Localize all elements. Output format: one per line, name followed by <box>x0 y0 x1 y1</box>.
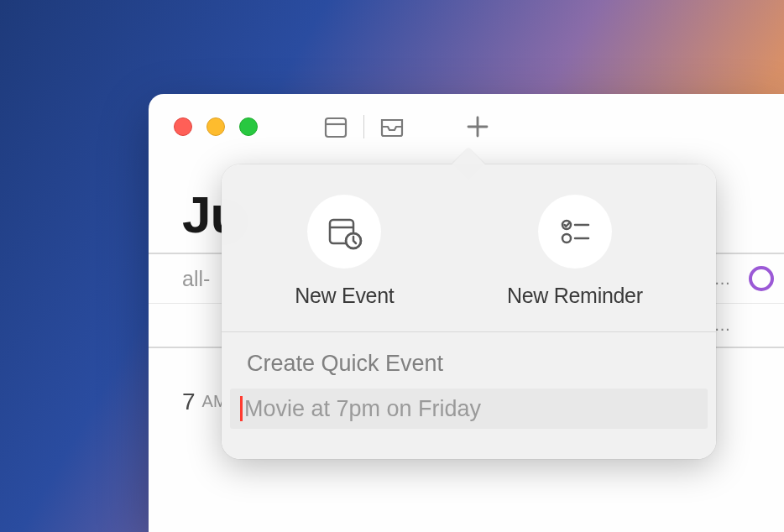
svg-rect-0 <box>326 118 346 137</box>
quick-event-label: Create Quick Event <box>222 332 716 389</box>
svg-point-10 <box>562 234 571 243</box>
quick-event-field[interactable] <box>230 389 708 429</box>
minimize-button[interactable] <box>206 117 225 136</box>
add-popover: New Event New Reminder Create Quick Even… <box>222 164 716 459</box>
new-event-option[interactable]: New Event <box>295 195 394 308</box>
allday-event-ring[interactable] <box>749 266 774 291</box>
add-button[interactable] <box>463 112 492 141</box>
allday-label: all- <box>149 267 210 291</box>
new-event-label: New Event <box>295 284 394 308</box>
text-cursor <box>240 396 243 421</box>
calendar-clock-icon <box>307 195 381 269</box>
reminder-list-icon <box>538 195 612 269</box>
close-button[interactable] <box>174 117 192 136</box>
new-reminder-option[interactable]: New Reminder <box>507 195 643 308</box>
popover-options: New Event New Reminder <box>222 164 716 332</box>
time-hour: 7 <box>182 389 196 415</box>
quick-event-input[interactable] <box>244 396 698 422</box>
new-reminder-label: New Reminder <box>507 284 643 308</box>
window-controls <box>174 117 258 136</box>
inbox-icon[interactable] <box>378 112 406 141</box>
calendar-view-icon[interactable] <box>321 112 350 141</box>
toolbar-separator <box>363 115 364 138</box>
maximize-button[interactable] <box>239 117 258 136</box>
